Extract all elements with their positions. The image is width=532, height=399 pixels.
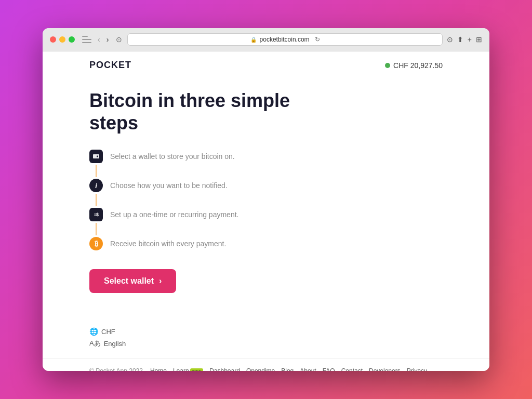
nav-arrows: ‹ › <box>96 34 111 45</box>
url-text: pocketbitcoin.com <box>260 36 310 43</box>
site-logo: POCKET <box>89 60 131 71</box>
step-item: ≡$ Set up a one-time or recurring paymen… <box>89 208 443 237</box>
step-2-text: Choose how you want to be notified. <box>110 179 228 202</box>
address-bar[interactable]: 🔒 pocketbitcoin.com ↻ <box>127 33 442 46</box>
shield-icon: ⊙ <box>115 35 123 44</box>
lock-icon: 🔒 <box>250 37 257 43</box>
minimize-button[interactable] <box>59 36 65 43</box>
step-4-text: Receive bitcoin with every payment. <box>110 237 226 249</box>
cta-label: Select wallet <box>104 276 154 286</box>
site-footer: © Pocket App 2022 Home Learnnew Dashboar… <box>43 358 489 371</box>
new-tab-icon[interactable]: + <box>468 35 472 44</box>
cta-arrow-icon: › <box>159 276 162 286</box>
step-item: ₿ Receive bitcoin with every payment. <box>89 237 443 250</box>
select-wallet-button[interactable]: Select wallet › <box>89 269 176 293</box>
price-badge: CHF 20,927.50 <box>385 61 443 70</box>
sidebar-toggle-icon[interactable] <box>82 36 91 43</box>
currency-label: CHF <box>101 328 115 336</box>
browser-chrome: ‹ › ⊙ 🔒 pocketbitcoin.com ↻ ⊙ ⬆ + ⊞ <box>43 28 489 51</box>
footer-copyright: © Pocket App 2022 <box>89 367 143 371</box>
footer-link-privacy[interactable]: Privacy <box>404 367 430 371</box>
step-connector: ≡$ <box>89 208 103 237</box>
globe-icon: 🌐 <box>89 327 98 336</box>
footer-link-blog[interactable]: Blog <box>278 367 297 371</box>
maximize-button[interactable] <box>69 36 75 43</box>
share-icon[interactable]: ⬆ <box>457 35 463 44</box>
footer-link-home[interactable]: Home <box>147 367 170 371</box>
close-button[interactable] <box>50 36 56 43</box>
step-item: i Choose how you want to be notified. <box>89 179 443 208</box>
step-item: Select a wallet to store your bitcoin on… <box>89 150 443 179</box>
step-connector: ₿ <box>89 237 103 250</box>
grid-icon[interactable]: ⊞ <box>476 35 482 44</box>
person-icon[interactable]: ⊙ <box>447 35 453 44</box>
browser-toolbar: ‹ › ⊙ 🔒 pocketbitcoin.com ↻ ⊙ ⬆ + ⊞ <box>80 33 482 46</box>
reload-icon: ↻ <box>315 36 320 43</box>
steps-list: Select a wallet to store your bitcoin on… <box>89 150 443 250</box>
currency-selector[interactable]: 🌐 CHF <box>89 327 443 336</box>
page-headline: Bitcoin in three simple steps <box>89 89 297 134</box>
back-arrow-icon[interactable]: ‹ <box>96 34 102 45</box>
page-content: POCKET CHF 20,927.50 Bitcoin in three si… <box>43 51 489 371</box>
info-step-icon: i <box>89 179 103 192</box>
footer-link-opendime[interactable]: Opendime <box>243 367 278 371</box>
wallet-step-icon <box>89 150 103 163</box>
forward-arrow-icon[interactable]: › <box>104 34 111 45</box>
step-line-2 <box>96 194 97 206</box>
footer-link-developers[interactable]: Developers <box>366 367 404 371</box>
svg-rect-0 <box>93 154 99 158</box>
step-connector: i <box>89 179 103 208</box>
language-icon: Aあ <box>89 339 101 348</box>
new-badge: new <box>190 368 204 371</box>
footer-link-about[interactable]: About <box>297 367 319 371</box>
footer-link-faq[interactable]: FAQ <box>320 367 338 371</box>
locale-selectors: 🌐 CHF Aあ English <box>43 327 489 348</box>
traffic-lights <box>50 36 75 43</box>
site-header: POCKET CHF 20,927.50 <box>43 51 489 79</box>
price-value: CHF 20,927.50 <box>393 61 443 70</box>
footer-link-dashboard[interactable]: Dashboard <box>206 367 243 371</box>
footer-link-contact[interactable]: Contact <box>338 367 366 371</box>
step-line-1 <box>96 165 97 177</box>
price-status-dot <box>385 63 390 68</box>
svg-rect-1 <box>97 156 98 157</box>
footer-link-learn[interactable]: Learnnew <box>170 367 206 371</box>
browser-window: ‹ › ⊙ 🔒 pocketbitcoin.com ↻ ⊙ ⬆ + ⊞ POCK… <box>43 28 489 371</box>
payment-step-icon: ≡$ <box>89 208 103 221</box>
bitcoin-step-icon: ₿ <box>89 237 103 250</box>
step-line-3 <box>96 223 97 235</box>
language-selector[interactable]: Aあ English <box>89 339 443 348</box>
footer-links-row1: © Pocket App 2022 Home Learnnew Dashboar… <box>89 367 443 371</box>
language-label: English <box>104 340 126 348</box>
step-1-text: Select a wallet to store your bitcoin on… <box>110 150 235 172</box>
browser-actions: ⊙ ⬆ + ⊞ <box>447 35 482 44</box>
step-connector <box>89 150 103 179</box>
step-3-text: Set up a one-time or recurring payment. <box>110 208 238 231</box>
main-content: Bitcoin in three simple steps Select a <box>43 79 489 327</box>
